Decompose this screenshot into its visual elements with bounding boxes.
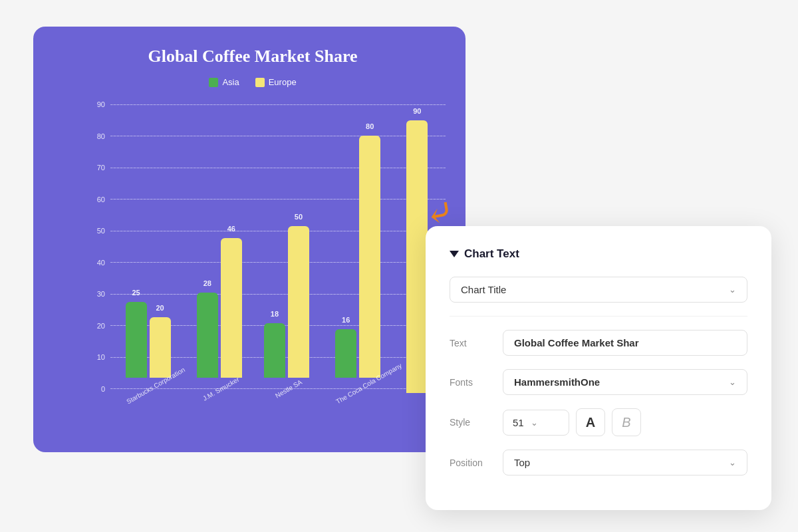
chart-title: Global Coffee Market Share	[60, 47, 446, 66]
bar-asia: 16	[335, 329, 356, 378]
style-row: Style 51 ⌄ A B	[450, 408, 747, 436]
bar-group: 2520Starbucks Corporation	[122, 302, 175, 393]
bar-group: 1680The Coca Cola Company	[331, 136, 384, 393]
bars-wrapper: 2520Starbucks Corporation2846J.M. Smucke…	[110, 100, 439, 393]
bar-label: J.M. Smucker	[201, 376, 240, 402]
size-dropdown[interactable]: 51 ⌄	[503, 410, 569, 436]
bar-europe: 46	[221, 238, 242, 378]
bar-group: 2846J.M. Smucker	[197, 238, 242, 393]
bar-value-europe: 80	[366, 122, 374, 130]
bold-button[interactable]: A	[576, 408, 605, 436]
panel-card: Chart Text Chart Title ⌄ Text Fonts	[426, 226, 771, 510]
bar-value-asia: 28	[203, 279, 211, 287]
legend-label-europe: Europe	[269, 77, 297, 87]
bar-asia: 28	[197, 293, 218, 378]
panel-header: Chart Text	[450, 247, 747, 261]
fonts-dropdown-control: HammersmithOne ⌄	[503, 369, 747, 395]
bar-pair: 90	[406, 120, 428, 393]
legend-swatch-europe	[255, 78, 265, 87]
bar-pair: 1850	[264, 226, 309, 378]
text-input[interactable]	[503, 330, 747, 356]
legend-label-asia: Asia	[222, 77, 239, 87]
bar-value-europe: 50	[295, 213, 303, 221]
size-chevron-icon: ⌄	[531, 418, 538, 428]
chart-title-dropdown-control: Chart Title ⌄	[450, 277, 747, 303]
position-chevron-icon: ⌄	[729, 458, 736, 467]
bar-europe: 20	[150, 317, 171, 378]
chart-title-dropdown-value: Chart Title	[461, 284, 506, 295]
bar-group: 90	[406, 120, 428, 393]
bar-europe: 80	[359, 136, 380, 378]
fonts-chevron-icon: ⌄	[729, 377, 736, 387]
style-controls: 51 ⌄ A B	[503, 408, 747, 436]
fonts-dropdown[interactable]: HammersmithOne ⌄	[503, 369, 747, 395]
fonts-dropdown-value: HammersmithOne	[514, 376, 600, 388]
bar-pair: 2520	[126, 302, 171, 378]
position-dropdown[interactable]: Top ⌄	[503, 450, 747, 475]
position-dropdown-value: Top	[514, 457, 530, 468]
text-label: Text	[450, 338, 503, 348]
chart-title-chevron-icon: ⌄	[729, 285, 736, 295]
legend-swatch-asia	[209, 78, 218, 87]
position-row: Position Top ⌄	[450, 450, 747, 475]
main-container: Global Coffee Market Share Asia Europe 9…	[33, 27, 765, 505]
bold-label: A	[586, 415, 595, 430]
bar-value-europe: 46	[227, 225, 235, 233]
text-input-control	[503, 330, 747, 356]
panel-header-title: Chart Text	[464, 247, 519, 261]
bar-europe: 90	[406, 120, 428, 393]
bar-asia: 18	[264, 323, 285, 378]
bar-pair: 2846	[197, 238, 242, 378]
position-label: Position	[450, 458, 503, 468]
bar-group: 1850Nestle SA	[264, 226, 309, 393]
chart-card: Global Coffee Market Share Asia Europe 9…	[33, 27, 466, 452]
bar-value-asia: 16	[342, 316, 350, 324]
divider-1	[450, 316, 747, 317]
chart-title-dropdown[interactable]: Chart Title ⌄	[450, 277, 747, 303]
chart-title-row: Chart Title ⌄	[450, 277, 747, 303]
legend-item-asia: Asia	[209, 77, 239, 87]
text-row: Text	[450, 330, 747, 356]
fonts-label: Fonts	[450, 377, 503, 388]
chart-legend: Asia Europe	[60, 77, 446, 87]
bar-pair: 1680	[335, 136, 380, 378]
bar-asia: 25	[126, 302, 147, 378]
italic-label: B	[622, 415, 630, 430]
triangle-icon	[450, 251, 459, 257]
italic-button[interactable]: B	[612, 408, 641, 436]
bar-value-asia: 18	[271, 310, 279, 318]
bar-value-europe: 90	[413, 107, 421, 115]
position-dropdown-control: Top ⌄	[503, 450, 747, 475]
legend-item-europe: Europe	[255, 77, 297, 87]
style-label: Style	[450, 417, 503, 428]
bar-value-asia: 25	[132, 289, 140, 297]
bar-europe: 50	[288, 226, 309, 378]
chart-area: 90 80 70 60 50 40 30 20 10 0 2520Starbuc…	[60, 100, 446, 393]
bar-value-europe: 20	[156, 304, 164, 312]
size-value: 51	[513, 417, 524, 428]
fonts-row: Fonts HammersmithOne ⌄	[450, 369, 747, 395]
bar-label: Nestle SA	[274, 378, 303, 400]
